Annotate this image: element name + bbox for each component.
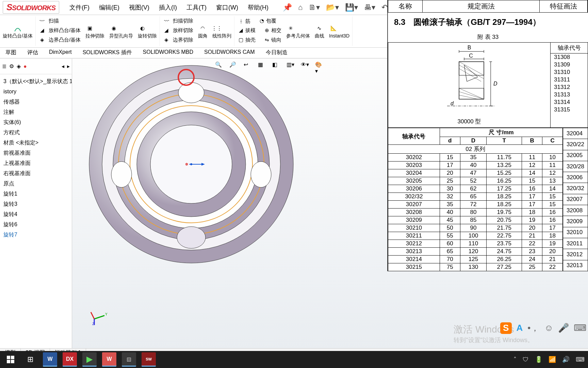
task-dx[interactable]: DX [63,352,77,367]
ime-mode[interactable]: A [517,323,523,333]
table-row: 302147012526.252421 [388,256,563,263]
draft-button[interactable]: ◢拔模 [236,26,256,35]
tray-up-icon[interactable]: ˄ [513,356,517,363]
tree-item[interactable]: 注解 [2,107,72,117]
revolve-cut-icon[interactable]: ◐ [138,24,147,33]
intersect-button[interactable]: ⊕相交 [262,26,281,35]
hole-wizard-icon[interactable]: ◉ [109,24,118,33]
tree-item[interactable]: 实体(6) [2,117,72,127]
boundary-button[interactable]: ◈边界凸台/基体 [38,35,81,44]
tray-battery-icon[interactable]: 🔋 [535,356,542,363]
curves-button[interactable]: 曲线 [315,33,324,39]
tree-item[interactable]: 旋转4 [2,209,72,219]
tree-item[interactable]: 右视基准面 [2,168,72,179]
tree-item[interactable]: 前视基准面 [2,148,72,158]
tree-item-selected[interactable]: 旋转7 [2,230,72,240]
task-player[interactable]: ▶ [82,352,97,367]
ime-emoji-icon[interactable]: ☺ [544,323,553,333]
loft-button[interactable]: ◢放样凸台/基体 [38,26,81,35]
wrap-button[interactable]: ◔包覆 [257,16,276,25]
tray-wifi-icon[interactable]: 📶 [549,356,556,363]
tree-root[interactable]: 3（默认<<默认>_显示状态 1>） [2,76,72,87]
tray-volume-icon[interactable]: 🔊 [562,356,570,363]
task-wps[interactable]: W [102,352,116,367]
linear-pattern-button[interactable]: 线性阵列 [212,33,231,39]
table-cell: 14 [542,185,563,193]
menu-file[interactable]: 文件(F) [65,2,94,13]
open-icon[interactable]: 📂▾ [326,3,339,12]
revolve-cut-button[interactable]: 旋转切除 [138,33,157,39]
instant3d-icon[interactable]: 📐 [329,24,338,33]
tab-addins[interactable]: SOLIDWORKS 插件 [77,48,137,58]
home-icon[interactable]: ⌂ [298,3,303,12]
fm-tab-arrow-right-icon[interactable]: ▸ [67,63,70,70]
tab-cam[interactable]: SOLIDWORKS CAM [199,48,260,58]
revolve-boss-icon[interactable] [13,24,22,33]
menu-window[interactable]: 窗口(W) [212,2,242,13]
start-button[interactable] [3,352,18,367]
tree-item[interactable]: 旋转3 [2,199,72,209]
menu-view[interactable]: 视图(V) [125,2,153,13]
tray-shield-icon[interactable]: 🛡 [523,356,529,363]
shell-button[interactable]: ▢抽壳 [236,35,256,44]
tree-item[interactable]: 材质 <未指定> [2,138,72,148]
fm-tab-property-icon[interactable]: ⚙ [9,63,14,70]
sogou-icon[interactable]: S [500,322,512,334]
fm-tab-config-icon[interactable]: ◈ [17,63,21,70]
extrude-cut-icon[interactable]: ▣ [85,24,94,33]
mirror-button[interactable]: ⇋镜向 [262,35,281,44]
menu-tools[interactable]: 工具(T) [182,2,211,13]
boundary-cut-button[interactable]: ◈边界切除 [162,35,193,44]
ime-punct-icon[interactable]: •， [527,322,539,334]
tab-today[interactable]: 今日制造 [260,48,293,58]
ime-voice-icon[interactable]: 🎤 [558,323,569,333]
tree-item[interactable]: 旋转6 [2,219,72,230]
loft-cut-button[interactable]: ◢放样切除 [162,26,193,35]
revolve-boss-button[interactable]: 旋转凸台/基体 [3,33,33,39]
task-solidworks[interactable]: SW [142,352,156,367]
curves-icon[interactable]: ∿ [315,24,324,33]
table-cell: 55 [440,232,460,240]
tab-sketch[interactable]: 草图 [0,48,22,58]
tree-item[interactable]: 方程式 [2,127,72,138]
linear-pattern-icon[interactable]: ⋮⋮ [212,24,221,33]
windows-taskbar[interactable]: ⊞ W DX ▶ W ⧇ SW ˄ 🛡 🔋 📶 🔊 ⌨ [0,351,588,368]
fm-tab-tree-icon[interactable]: ≣ [2,63,6,70]
tree-item[interactable]: 传感器 [2,97,72,107]
ime-toolbar[interactable]: S A •， ☺ 🎤 ⌨ [500,322,587,334]
menu-edit[interactable]: 编辑(E) [95,2,124,13]
new-icon[interactable]: 🗎▾ [309,3,320,12]
extrude-cut-button[interactable]: 拉伸切除 [85,33,104,39]
tray-lang-icon[interactable]: ⌨ [576,356,585,363]
tab-evaluate[interactable]: 评估 [22,48,44,58]
tree-item[interactable]: 原点 [2,179,72,189]
swept-cut-button[interactable]: 〰扫描切除 [162,16,193,25]
instant3d-button[interactable]: Instant3D [329,33,349,39]
rib-button[interactable]: ⟊筋 [236,16,250,25]
save-icon[interactable]: 💾▾ [345,3,358,12]
taskview-button[interactable]: ⊞ [23,352,37,367]
fm-tab-appearance-icon[interactable]: ● [23,63,27,70]
fillet-button[interactable]: 圆角 [198,33,208,39]
ref-geom-button[interactable]: 参考几何体 [286,33,310,39]
fillet-icon[interactable]: ◠ [198,24,207,33]
sweep-button[interactable]: 〰扫描 [38,16,81,25]
tab-mbd[interactable]: SOLIDWORKS MBD [137,48,199,58]
feature-tree[interactable]: 3（默认<<默认>_显示状态 1>） istory 传感器 注解 实体(6) 方… [0,74,72,240]
task-word[interactable]: W [43,352,57,367]
tree-item[interactable]: istory [2,87,72,97]
tab-dimxpert[interactable]: DimXpert [44,48,77,58]
tree-item[interactable]: 上视基准面 [2,158,72,168]
ref-geom-icon[interactable]: ✳ [286,24,295,33]
task-record[interactable]: ⧇ [122,352,136,367]
hole-wizard-button[interactable]: 异型孔向导 [109,33,133,39]
tree-item[interactable]: 旋转1 [2,189,72,199]
menu-help[interactable]: 帮助(H) [244,2,273,13]
menu-insert[interactable]: 插入(I) [155,2,181,13]
pin-icon[interactable]: 📌 [283,3,292,12]
fm-tab-arrow-left-icon[interactable]: ◂ [62,63,64,70]
ime-keyboard-icon[interactable]: ⌨ [574,323,587,333]
th-D: D [460,137,487,145]
print-icon[interactable]: 🖶▾ [364,3,375,12]
system-tray[interactable]: ˄ 🛡 🔋 📶 🔊 ⌨ [513,356,585,363]
